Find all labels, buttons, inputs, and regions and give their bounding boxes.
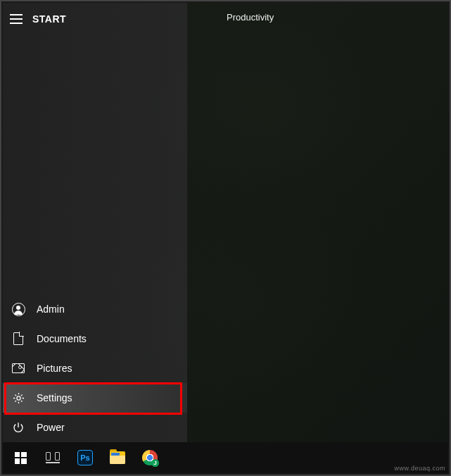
task-view-icon	[46, 452, 60, 463]
svg-point-0	[16, 396, 20, 399]
start-right-pane: Productivity	[187, 3, 449, 445]
photoshop-taskbar[interactable]: Ps	[69, 442, 101, 473]
start-header: START	[3, 3, 187, 35]
watermark: www.deuaq.com	[394, 465, 445, 472]
folder-icon	[110, 451, 125, 464]
menu-item-label: Pictures	[37, 363, 72, 374]
menu-item-label: Settings	[37, 392, 72, 403]
spacer	[3, 35, 187, 294]
menu-item-pictures[interactable]: Pictures	[3, 353, 187, 383]
tile-group-title[interactable]: Productivity	[201, 12, 435, 23]
power-icon	[11, 420, 25, 434]
menu-item-power[interactable]: Power	[3, 413, 187, 442]
start-menu: START Admin Documents Pictures	[3, 3, 449, 445]
windows-logo-icon	[15, 452, 27, 464]
menu-item-label: Power	[37, 422, 65, 433]
chrome-taskbar[interactable]: J	[134, 442, 166, 473]
chrome-icon: J	[142, 450, 158, 465]
hamburger-icon[interactable]	[10, 14, 23, 24]
start-menu-list: Admin Documents Pictures	[3, 294, 187, 445]
menu-item-label: Documents	[37, 333, 87, 344]
task-view-button[interactable]	[37, 442, 69, 473]
document-icon	[11, 332, 25, 346]
start-header-title: START	[32, 13, 66, 25]
screen: START Admin Documents Pictures	[0, 0, 451, 476]
taskbar: Ps J	[3, 442, 448, 473]
gear-icon	[11, 391, 25, 405]
menu-item-label: Admin	[37, 303, 65, 315]
pictures-icon	[11, 361, 25, 375]
menu-item-admin[interactable]: Admin	[3, 294, 187, 324]
chrome-profile-badge: J	[151, 459, 159, 467]
menu-item-documents[interactable]: Documents	[3, 324, 187, 353]
menu-item-settings[interactable]: Settings	[3, 383, 187, 413]
start-button[interactable]	[4, 442, 37, 473]
start-left-pane: START Admin Documents Pictures	[3, 3, 187, 445]
photoshop-icon: Ps	[77, 450, 93, 465]
file-explorer-taskbar[interactable]	[101, 442, 134, 473]
user-icon	[11, 302, 25, 316]
